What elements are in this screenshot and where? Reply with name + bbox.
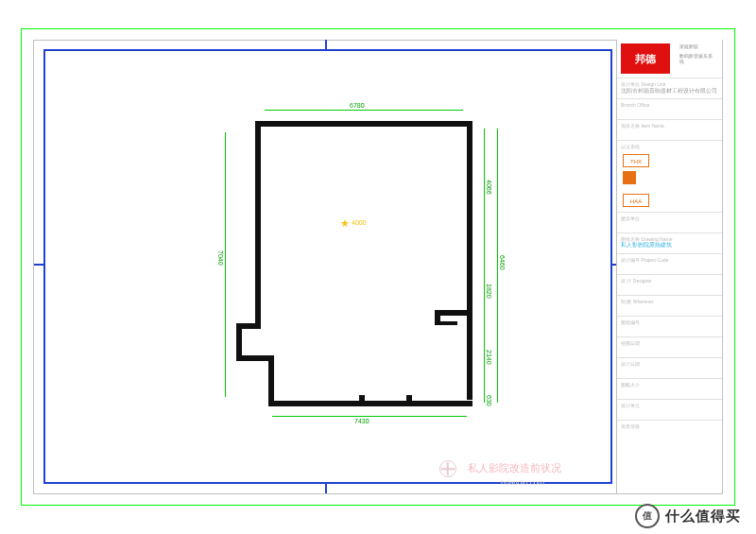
page: 6780 7040 7430 6460 4066 1820 2140 630 ★…: [0, 0, 756, 534]
row-dwg-no: 图纸编号: [617, 316, 722, 336]
dim-bottom-label: 7430: [354, 418, 369, 424]
dim-right-mid-label: 1820: [486, 284, 492, 299]
title-block: 邦德 家庭影院 数码影音娱乐系统 设计单位 Design Unit 沈阳市邦德音…: [616, 40, 722, 493]
star-label: 4000: [352, 219, 367, 226]
row-unit2: 设计单位: [617, 399, 722, 420]
row-build-unit: 建设单位: [617, 212, 722, 233]
row-qual: 资质等级: [617, 420, 722, 440]
dim-left-label: 7040: [217, 250, 224, 266]
label: 设计日期: [621, 361, 718, 368]
wall-top: [255, 121, 472, 127]
badge-square: [623, 171, 636, 184]
badge-haa: HAA: [623, 194, 649, 207]
label: 建设单位: [621, 215, 718, 222]
label: 设计编号 Project Code: [621, 257, 718, 264]
door-jamb-1: [359, 395, 365, 406]
row-draw-date: 绘图日期: [617, 336, 722, 357]
row-item: 项目名称 Item Name: [617, 119, 722, 140]
dim-right-lower-label: 2140: [486, 350, 492, 365]
dim-top: [265, 110, 463, 111]
row-drafter: 制 图 Wherever: [617, 295, 722, 316]
wall-right-notch-h: [435, 310, 472, 316]
label: 图纸编号: [621, 319, 718, 326]
watermark: 值 什么值得买: [635, 504, 741, 528]
label: 设 计 Designer: [621, 278, 718, 284]
label: Branch Office: [621, 102, 718, 109]
label: 项目名称 Item Name: [621, 123, 718, 129]
logo: 邦德: [621, 43, 670, 74]
row-designer: 设 计 Designer: [617, 274, 722, 295]
footer-title: 私人影院改造前状况: [468, 461, 561, 475]
label: 图幅大小: [621, 382, 718, 388]
tick-left: [34, 264, 45, 266]
star-icon: ★: [340, 217, 350, 230]
row-project-code: 设计编号 Project Code: [617, 253, 722, 274]
label: 制 图 Wherever: [621, 299, 718, 305]
row-design-date: 设计日期: [617, 357, 722, 378]
row-design-unit: 设计单位 Design Unit 沈阳市邦德音响器材工程设计有限公司: [617, 78, 722, 98]
dim-right-upper-label: 4066: [486, 180, 492, 195]
row-sheet-size: 图幅大小: [617, 378, 722, 399]
compass-icon: [439, 460, 456, 477]
dim-right-outer: [497, 129, 498, 403]
dim-left: [225, 132, 226, 397]
label: 设计单位: [621, 403, 718, 409]
wall-left-lower-v: [268, 355, 274, 406]
dim-right-stub-label: 630: [486, 395, 492, 406]
label: 绘图日期: [621, 340, 718, 347]
label: 资质等级: [621, 423, 718, 430]
wall-right-notch-h2: [435, 321, 457, 325]
watermark-badge: 值: [635, 504, 660, 528]
value: 沈阳市邦德音响器材工程设计有限公司: [621, 88, 718, 95]
row-cert: 认证系统 THX HAA: [617, 140, 722, 212]
row-branch: Branch Office: [617, 98, 722, 119]
dim-right-inner: [484, 129, 485, 403]
wall-left-upper: [255, 121, 261, 329]
watermark-text: 什么值得买: [665, 508, 741, 525]
dim-bottom: [272, 416, 467, 417]
tick-bottom: [325, 482, 327, 493]
value: 私人影剧院原始建筑: [621, 242, 718, 250]
logo-sub1: 家庭影院: [679, 43, 716, 49]
door-jamb-2: [406, 395, 412, 406]
dim-top-label: 6780: [350, 102, 365, 109]
floor-plan: 6780 7040 7430 6460 4066 1820 2140 630 ★…: [236, 104, 501, 425]
dim-right-outer-label: 6460: [499, 255, 506, 270]
tick-top: [325, 40, 327, 51]
logo-sub2: 数码影音娱乐系统: [679, 53, 716, 64]
wall-bottom: [268, 401, 472, 406]
row-drawing-name: 图纸名称 Drawing Name 私人影剧院原始建筑: [617, 233, 722, 253]
label: 认证系统: [621, 144, 718, 150]
badge-thx: THX: [623, 154, 649, 167]
wall-right: [467, 121, 472, 400]
footer-sub: bdaudio.com: [501, 478, 544, 487]
